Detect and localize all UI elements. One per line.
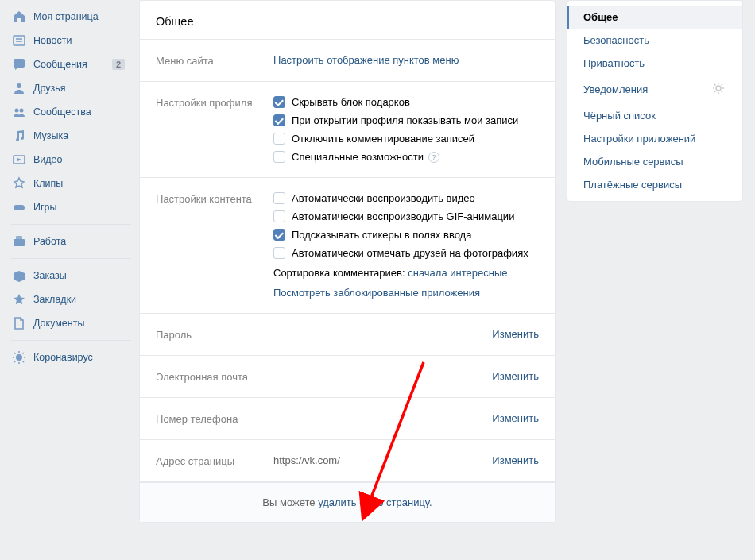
sidebar-item-briefcase[interactable]: Работа [0, 230, 131, 253]
sidebar-item-label: Закладки [33, 294, 125, 305]
sidebar-item-label: Документы [33, 318, 125, 329]
checkbox[interactable] [273, 96, 285, 108]
settings-nav-label: Уведомления [583, 83, 648, 95]
sort-mode-link[interactable]: сначала интересные [408, 267, 507, 279]
sidebar-item-people[interactable]: Сообщества [0, 100, 131, 124]
checkbox-row: Скрывать блок подарков [273, 96, 539, 108]
checkbox-label: Автоматически воспроизводить видео [292, 192, 475, 204]
checkbox-label: Подсказывать стикеры в полях ввода [292, 229, 471, 241]
footer-row: Вы можете удалить свою страницу. [140, 482, 555, 522]
settings-nav-item[interactable]: Чёрный список [567, 104, 742, 127]
person-icon [11, 80, 27, 96]
sidebar-item-home[interactable]: Моя страница [0, 5, 131, 29]
section-label: Пароль [156, 328, 273, 341]
section-address: Адрес страницы https://vk.com/ Изменить [140, 440, 555, 482]
sidebar-item-label: Сообщества [33, 106, 125, 118]
sidebar-item-star[interactable]: Закладки [0, 288, 131, 311]
svg-rect-9 [17, 237, 21, 239]
checkbox-label: Автоматически отмечать друзей на фотогра… [292, 247, 528, 259]
briefcase-icon [11, 234, 27, 249]
star-icon [11, 292, 27, 307]
svg-point-10 [16, 354, 22, 361]
checkbox-row: Специальные возможности? [273, 151, 539, 163]
checkbox[interactable] [273, 247, 285, 259]
section-label: Адрес страницы [156, 454, 273, 467]
checkbox[interactable] [273, 151, 285, 163]
svg-line-25 [722, 91, 723, 93]
box-icon [11, 268, 27, 284]
checkbox-row: Автоматически отмечать друзей на фотогра… [273, 247, 539, 259]
clips-icon [11, 176, 27, 191]
sidebar-item-music[interactable]: Музыка [0, 124, 131, 148]
sidebar-item-person[interactable]: Друзья [0, 76, 131, 100]
help-icon[interactable]: ? [428, 152, 439, 163]
svg-rect-7 [14, 205, 25, 210]
checkbox-row: При открытии профиля показывать мои запи… [273, 114, 539, 126]
footer-prefix: Вы можете [262, 496, 318, 508]
sidebar-item-label: Заказы [33, 270, 125, 281]
checkbox-row: Автоматически воспроизводить видео [273, 192, 539, 204]
sidebar-item-video[interactable]: Видео [0, 148, 131, 172]
settings-nav-label: Платёжные сервисы [583, 179, 682, 191]
section-label: Электронная почта [156, 370, 273, 383]
svg-point-4 [15, 109, 19, 113]
music-icon [11, 128, 27, 144]
section-password: Пароль Изменить [140, 314, 555, 356]
change-password-link[interactable]: Изменить [492, 328, 539, 340]
section-label: Номер телефона [156, 412, 273, 425]
settings-nav-item[interactable]: Мобильные сервисы [567, 150, 742, 173]
settings-nav-label: Чёрный список [583, 110, 656, 122]
sidebar-item-virus[interactable]: Коронавирус [0, 346, 131, 369]
settings-nav-item[interactable]: Уведомления [567, 75, 742, 104]
sidebar-item-gamepad[interactable]: Игры [0, 195, 131, 219]
sidebar-item-label: Работа [33, 236, 125, 247]
checkbox[interactable] [273, 210, 285, 222]
svg-rect-0 [14, 36, 25, 45]
video-icon [11, 152, 27, 168]
page-title: Общее [140, 1, 555, 40]
svg-line-27 [714, 91, 716, 93]
checkbox[interactable] [273, 229, 285, 241]
settings-nav-item[interactable]: Безопасность [567, 29, 742, 52]
svg-point-3 [17, 83, 21, 88]
blocked-apps-link[interactable]: Посмотреть заблокированные приложения [273, 287, 480, 299]
document-icon [11, 315, 27, 331]
svg-line-18 [14, 361, 16, 363]
checkbox-row: Подсказывать стикеры в полях ввода [273, 229, 539, 241]
sidebar-item-label: Музыка [33, 130, 125, 141]
sidebar-item-newspaper[interactable]: Новости [0, 29, 131, 52]
svg-line-15 [14, 353, 16, 354]
settings-nav-item[interactable]: Платёжные сервисы [567, 173, 742, 196]
settings-nav-item[interactable]: Общее [567, 6, 742, 29]
sidebar-item-label: Моя страница [33, 11, 125, 22]
settings-nav-item[interactable]: Настройки приложений [567, 127, 742, 150]
change-address-link[interactable]: Изменить [492, 454, 539, 466]
checkbox[interactable] [273, 114, 285, 126]
checkbox-label: При открытии профиля показывать мои запи… [292, 114, 518, 126]
delete-page-link[interactable]: удалить свою страницу. [318, 496, 432, 508]
section-email: Электронная почта Изменить [140, 356, 555, 398]
sidebar-item-message[interactable]: Сообщения2 [0, 52, 131, 76]
settings-nav-item[interactable]: Приватность [567, 52, 742, 75]
checkbox[interactable] [273, 133, 285, 145]
sidebar-item-box[interactable]: Заказы [0, 264, 131, 288]
checkbox[interactable] [273, 192, 285, 204]
svg-point-5 [20, 109, 24, 113]
unread-badge: 2 [112, 59, 125, 70]
change-phone-link[interactable]: Изменить [492, 412, 539, 424]
sidebar-item-document[interactable]: Документы [0, 311, 131, 335]
virus-icon [11, 350, 27, 365]
section-content: Настройки контента Автоматически воспрои… [140, 178, 555, 314]
gear-icon[interactable] [710, 80, 726, 98]
left-sidebar: Моя страницаНовостиСообщения2ДрузьяСообщ… [0, 0, 131, 535]
sidebar-item-clips[interactable]: Клипы [0, 172, 131, 195]
checkbox-label: Скрывать блок подарков [292, 96, 410, 108]
section-sitemenu: Меню сайта Настроить отображение пунктов… [140, 40, 555, 82]
configure-menu-link[interactable]: Настроить отображение пунктов меню [273, 54, 459, 66]
svg-line-16 [23, 361, 25, 363]
sidebar-item-label: Видео [33, 154, 125, 165]
sidebar-item-label: Клипы [33, 178, 125, 189]
nav-separator [11, 224, 131, 225]
change-email-link[interactable]: Изменить [492, 370, 539, 382]
nav-separator [11, 340, 131, 341]
